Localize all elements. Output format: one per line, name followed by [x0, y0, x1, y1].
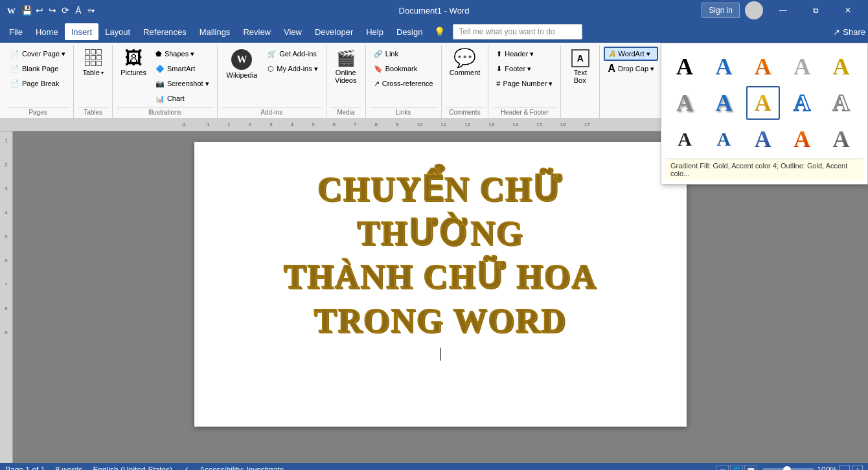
page-break-button[interactable]: 📄 Page Break: [6, 76, 69, 91]
page-number-button[interactable]: # Page Number ▾: [492, 76, 556, 91]
zoom-out-button[interactable]: −: [839, 465, 850, 470]
wordart-style-2[interactable]: A: [707, 50, 740, 84]
wordart-style-11[interactable]: A: [668, 122, 702, 156]
comment-button[interactable]: 💬 Comment: [446, 47, 485, 79]
tell-me-input[interactable]: Tell me what you want to do: [453, 24, 582, 39]
media-label: Media: [330, 107, 361, 118]
shapes-button[interactable]: ⬟ Shapes ▾: [152, 47, 213, 61]
drop-cap-button[interactable]: A Drop Cap ▾: [604, 62, 658, 76]
wordart-style-7[interactable]: A: [707, 86, 740, 120]
accessibility-status[interactable]: Accessibility: Investigate: [200, 465, 284, 470]
ribbon-group-pages: 📄 Cover Page ▾ 📄 Blank Page 📄 Page Break…: [3, 45, 74, 118]
tell-me-bar[interactable]: 💡 Tell me what you want to do: [434, 24, 588, 39]
menu-view[interactable]: View: [277, 23, 308, 40]
smartart-icon: 🔷: [155, 65, 165, 73]
wikipedia-button[interactable]: W Wikipedia: [222, 47, 263, 82]
document-page[interactable]: CHUYỂN CHỮ THƯỜNG THÀNH CHỮ HOA TRONG WO…: [194, 142, 687, 427]
wordart-style-8[interactable]: A: [746, 86, 780, 120]
footer-button[interactable]: ⬇ Footer ▾: [492, 62, 556, 76]
menu-developer[interactable]: Developer: [308, 23, 360, 40]
word-logo-icon: W: [5, 5, 17, 16]
menu-home[interactable]: Home: [29, 23, 65, 40]
share-button[interactable]: ↗ Share: [833, 27, 865, 37]
textbox-button[interactable]: A TextBox: [566, 47, 595, 87]
wordart-style-10[interactable]: A: [825, 86, 858, 120]
pages-label: Pages: [6, 107, 69, 118]
repeat-icon[interactable]: ⟳: [60, 5, 71, 16]
menu-layout[interactable]: Layout: [98, 23, 137, 40]
cover-page-icon: 📄: [10, 50, 19, 58]
language[interactable]: English (United States): [93, 465, 172, 470]
blank-page-button[interactable]: 📄 Blank Page: [6, 62, 69, 76]
wordart-style-5[interactable]: A: [825, 50, 858, 84]
menu-review[interactable]: Review: [236, 23, 277, 40]
menu-mailings[interactable]: Mailings: [193, 23, 237, 40]
wordart-style-3[interactable]: A: [746, 50, 780, 84]
sign-in-button[interactable]: Sign in: [702, 3, 740, 18]
accessibility-icon: ✓: [183, 465, 189, 470]
share-area: ↗ Share: [833, 27, 865, 37]
text-cursor: [440, 348, 441, 363]
screenshot-button[interactable]: 📷 Screenshot ▾: [152, 76, 213, 91]
cover-page-button[interactable]: 📄 Cover Page ▾: [6, 47, 69, 61]
pictures-button[interactable]: 🖼 Pictures: [117, 47, 150, 79]
wordart-style-14[interactable]: A: [785, 122, 819, 156]
addins-small: 🛒 Get Add-ins ⬡ My Add-ins ▾: [264, 47, 321, 76]
zoom-in-button[interactable]: +: [852, 465, 863, 470]
format-painter-icon[interactable]: Ā: [73, 5, 84, 16]
wordart-style-1[interactable]: A: [668, 50, 702, 84]
undo-icon[interactable]: ↩: [34, 5, 45, 16]
chart-icon: 📊: [155, 95, 165, 103]
my-addins-button[interactable]: ⬡ My Add-ins ▾: [264, 62, 321, 76]
wordart-icon: A: [609, 49, 615, 59]
menu-help[interactable]: Help: [360, 23, 390, 40]
shapes-icon: ⬟: [155, 50, 162, 58]
smartart-button[interactable]: 🔷 SmartArt: [152, 62, 213, 76]
online-video-button[interactable]: 🎬 OnlineVideos: [330, 47, 361, 87]
status-right: ▭ 🌐 📖 100% − +: [716, 465, 863, 470]
links-small: 🔗 Link 🔖 Bookmark ↗ Cross-reference: [370, 47, 437, 91]
wordart-button[interactable]: A WordArt ▾: [604, 47, 658, 61]
wordart-style-15[interactable]: A: [825, 122, 858, 156]
title-bar-left: W 💾 ↩ ↪ ⟳ Ā ≡▾: [5, 5, 97, 16]
user-avatar[interactable]: [745, 1, 763, 19]
tell-me-placeholder: Tell me what you want to do: [459, 27, 554, 36]
cross-reference-button[interactable]: ↗ Cross-reference: [370, 76, 437, 91]
link-button[interactable]: 🔗 Link: [370, 47, 437, 61]
menu-file[interactable]: File: [3, 23, 29, 40]
links-label: Links: [370, 107, 437, 118]
minimize-button[interactable]: —: [768, 0, 798, 21]
cross-reference-icon: ↗: [374, 80, 380, 88]
menu-references[interactable]: References: [137, 23, 192, 40]
customize-icon[interactable]: ≡▾: [86, 5, 97, 16]
wordart-style-9[interactable]: A: [785, 86, 819, 120]
save-icon[interactable]: 💾: [21, 5, 32, 16]
chart-button[interactable]: 📊 Chart: [152, 91, 213, 106]
table-button[interactable]: Table ▾: [79, 47, 108, 79]
web-layout-button[interactable]: 🌐: [730, 465, 743, 470]
document-title: Document1 - Word: [399, 6, 470, 16]
wordart-style-12[interactable]: A: [707, 122, 740, 156]
status-bar: Page 1 of 1 8 words English (United Stat…: [0, 463, 868, 470]
menu-insert[interactable]: Insert: [65, 23, 99, 40]
redo-icon[interactable]: ↪: [47, 5, 58, 16]
maximize-button[interactable]: ⧉: [801, 0, 830, 21]
read-mode-button[interactable]: 📖: [744, 465, 757, 470]
ribbon-group-illustrations: 🖼 Pictures ⬟ Shapes ▾ 🔷 SmartArt 📷 Scree…: [113, 45, 217, 118]
wordart-style-13[interactable]: A: [746, 122, 780, 156]
wordart-style-6[interactable]: A: [668, 86, 702, 120]
wikipedia-icon: W: [231, 49, 252, 70]
get-addins-button[interactable]: 🛒 Get Add-ins: [264, 47, 321, 61]
header-button[interactable]: ⬆ Header ▾: [492, 47, 556, 61]
close-button[interactable]: ✕: [833, 0, 863, 21]
links-items: 🔗 Link 🔖 Bookmark ↗ Cross-reference: [370, 47, 437, 106]
title-bar: W 💾 ↩ ↪ ⟳ Ā ≡▾ Document1 - Word Sign in …: [0, 0, 868, 21]
bookmark-button[interactable]: 🔖 Bookmark: [370, 62, 437, 76]
menu-design[interactable]: Design: [390, 23, 429, 40]
quick-access-toolbar[interactable]: 💾 ↩ ↪ ⟳ Ā ≡▾: [21, 5, 97, 16]
addins-label: Add-ins: [222, 107, 322, 118]
wordart-style-4[interactable]: A: [785, 50, 819, 84]
print-layout-button[interactable]: ▭: [716, 465, 729, 470]
zoom-thumb[interactable]: [783, 466, 791, 470]
ribbon-group-comments: 💬 Comment Comments: [442, 45, 489, 118]
